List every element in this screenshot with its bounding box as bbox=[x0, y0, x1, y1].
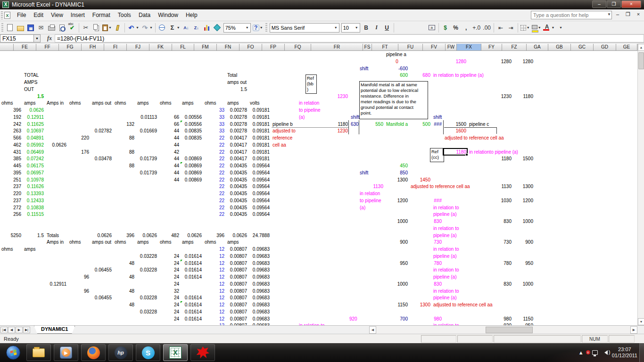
cell-FL27[interactable]: 482 bbox=[158, 233, 179, 238]
cell-FO37[interactable]: 0.00807 bbox=[226, 303, 247, 307]
workbook-restore-button[interactable]: ❐ bbox=[624, 11, 632, 17]
cell-FQ11[interactable]: pipeline b bbox=[272, 122, 293, 127]
cell-FP19[interactable]: 0.09564 bbox=[248, 178, 270, 182]
drawing-icon-button[interactable] bbox=[212, 23, 223, 33]
cell-FL34[interactable]: 24 bbox=[158, 282, 179, 287]
cell-FU31[interactable]: 950 bbox=[385, 261, 408, 266]
column-header-FG[interactable]: FG bbox=[59, 44, 82, 51]
cell-FF9[interactable]: 0.0626 bbox=[23, 108, 44, 113]
cell-FL13[interactable]: 44 bbox=[158, 136, 179, 140]
borders-dropdown-icon[interactable]: ▼ bbox=[527, 26, 530, 29]
cell-FO24[interactable]: 0.00435 bbox=[226, 212, 247, 217]
cell-FN39[interactable]: 12 bbox=[203, 317, 224, 321]
name-box[interactable]: FX15 bbox=[0, 34, 34, 42]
horizontal-scrollbar[interactable]: ◀ ▶ bbox=[369, 326, 637, 334]
cell-FO30[interactable]: 0.00807 bbox=[226, 254, 247, 259]
cell-FN34[interactable]: 12 bbox=[203, 282, 224, 287]
cell-FF22[interactable]: 0.12433 bbox=[23, 198, 44, 203]
column-header-GA[interactable]: GA bbox=[527, 44, 548, 51]
column-header-FV[interactable]: FV bbox=[423, 44, 446, 51]
cell-FI8[interactable]: amps out bbox=[92, 101, 111, 106]
cell-FH28[interactable]: ohms bbox=[69, 240, 81, 245]
menu-insert[interactable]: Insert bbox=[67, 10, 89, 20]
cell-FP23[interactable]: 0.09564 bbox=[248, 206, 270, 210]
paste-dropdown-icon[interactable]: ▼ bbox=[108, 26, 112, 29]
cell-FU4[interactable]: 600 bbox=[385, 73, 408, 78]
cell-FU34[interactable]: 1000 bbox=[385, 282, 408, 287]
cell-FO28[interactable]: amps bbox=[227, 240, 239, 245]
taskbar-red-app[interactable] bbox=[190, 344, 215, 361]
cell-FZ28[interactable]: 730 bbox=[488, 240, 512, 245]
align-center-icon-button[interactable] bbox=[406, 23, 416, 33]
spelling-icon-button[interactable]: ✔ bbox=[67, 23, 77, 33]
cell-FR11[interactable]: 1180 bbox=[297, 122, 348, 127]
formula-input[interactable]: =1280-(FU4-FV11) bbox=[55, 34, 644, 42]
cell-FN29[interactable]: 12 bbox=[203, 247, 224, 252]
cell-FP17[interactable]: 0.09564 bbox=[248, 164, 270, 168]
cell-FN20[interactable]: 22 bbox=[203, 184, 224, 189]
cell-FP30[interactable]: 0.09683 bbox=[248, 254, 270, 259]
cell-FN16[interactable]: 22 bbox=[203, 156, 224, 161]
cell-FO36[interactable]: 0.00807 bbox=[226, 296, 247, 300]
cell-FF20[interactable]: 0.11626 bbox=[23, 184, 44, 189]
font-color-icon-button[interactable]: A▼ bbox=[542, 23, 556, 33]
cell-FU28[interactable]: 900 bbox=[385, 240, 408, 245]
cell-FN35[interactable]: 12 bbox=[203, 289, 224, 294]
start-button[interactable] bbox=[3, 344, 24, 361]
cell-FW26[interactable]: in relation to bbox=[433, 226, 459, 231]
cell-GA39[interactable]: 1150 bbox=[513, 317, 533, 321]
cell-FE24[interactable]: 256 bbox=[0, 212, 21, 217]
cell-FI28[interactable]: amps out bbox=[92, 240, 111, 245]
cell-FL38[interactable]: 24 bbox=[158, 310, 179, 314]
cell-FN31[interactable]: 12 bbox=[203, 261, 224, 266]
cell-FM31[interactable]: 0.01614 bbox=[181, 261, 202, 266]
cell-FL8[interactable]: ohms bbox=[160, 101, 171, 106]
cell-FL30[interactable]: 24 bbox=[158, 254, 179, 259]
column-header-GE[interactable]: GE bbox=[616, 44, 637, 51]
cell-FO23[interactable]: 0.00435 bbox=[226, 206, 247, 210]
column-header-FW[interactable]: FW bbox=[446, 44, 457, 51]
cell-FN28[interactable]: ohms bbox=[205, 240, 216, 245]
column-header-FS[interactable]: FS bbox=[363, 44, 372, 51]
cell-FV19[interactable]: 1450 bbox=[409, 178, 430, 182]
tray-expand-icon[interactable]: ▲ bbox=[578, 350, 584, 355]
percent-icon-button[interactable]: % bbox=[451, 23, 461, 33]
font-name-combo[interactable]: MS Sans Serif▼ bbox=[270, 23, 339, 33]
cell-FN32[interactable]: 12 bbox=[203, 268, 224, 272]
cell-FJ28[interactable]: ohms bbox=[115, 240, 126, 245]
cell-FP21[interactable]: 0.09564 bbox=[248, 191, 270, 196]
prev-sheet-button[interactable]: ◀ bbox=[8, 327, 15, 333]
cell-FZ25[interactable]: 830 bbox=[488, 219, 512, 224]
cell-FO35[interactable]: 0.00807 bbox=[226, 289, 247, 294]
column-header-FO[interactable]: FO bbox=[239, 44, 262, 51]
cell-FH35[interactable]: 96 bbox=[68, 289, 89, 294]
cell-FO8[interactable]: amps bbox=[227, 101, 239, 106]
ref-cc-note[interactable]: Ref(cc) bbox=[430, 148, 444, 162]
cell-FK12[interactable]: 0.01669 bbox=[136, 129, 157, 133]
cell-FZ22[interactable]: 1030 bbox=[488, 198, 512, 203]
cell-FL18[interactable]: 44 bbox=[158, 171, 179, 175]
cell-FJ15[interactable]: 88 bbox=[113, 150, 134, 155]
cell-GA2[interactable]: 1280 bbox=[513, 59, 533, 64]
cell-FF21[interactable]: 0.13393 bbox=[23, 191, 44, 196]
cell-FT3[interactable]: shift bbox=[360, 66, 368, 71]
cell-FW31[interactable]: 780 bbox=[432, 261, 442, 266]
cell-FM27[interactable]: 0.0626 bbox=[181, 233, 202, 238]
cell-FO11[interactable]: 0.00278 bbox=[226, 122, 247, 127]
cell-FE9[interactable]: 396 bbox=[0, 108, 21, 113]
chart-wizard-icon-button[interactable] bbox=[202, 23, 212, 33]
cell-FF27[interactable]: 1.5 bbox=[23, 233, 44, 238]
cell-FH33[interactable]: 96 bbox=[68, 275, 89, 280]
cell-FE14[interactable]: 462 bbox=[0, 143, 21, 148]
cell-FE27[interactable]: 5250 bbox=[0, 233, 21, 238]
cell-FZ16[interactable]: 1180 bbox=[488, 156, 512, 161]
cell-FP33[interactable]: 0.09683 bbox=[248, 275, 270, 280]
cell-FG8[interactable]: Amps in bbox=[47, 101, 64, 106]
menu-tools[interactable]: Tools bbox=[114, 10, 135, 20]
cell-FM10[interactable]: 0.00556 bbox=[181, 115, 202, 120]
cell-FM30[interactable]: 0.01614 bbox=[181, 254, 202, 259]
borders-icon-button[interactable]: ▼ bbox=[520, 23, 531, 33]
cell-FP13[interactable]: 0.09181 bbox=[248, 136, 270, 140]
cell-FE11[interactable]: 242 bbox=[0, 122, 21, 127]
cell-FP24[interactable]: 0.09564 bbox=[248, 212, 270, 217]
